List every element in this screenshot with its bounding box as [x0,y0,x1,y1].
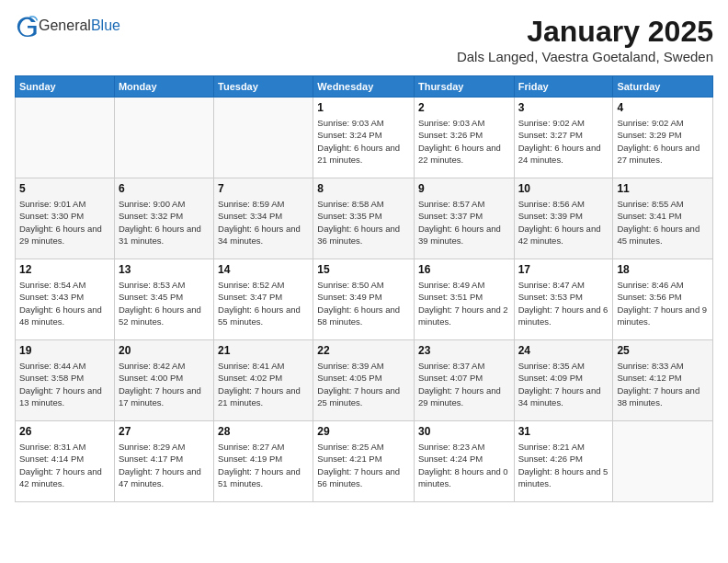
day-info: Sunrise: 8:21 AM Sunset: 4:26 PM Dayligh… [518,441,609,489]
day-info: Sunrise: 8:59 AM Sunset: 3:34 PM Dayligh… [218,198,309,247]
table-row [114,98,213,178]
table-row: 17Sunrise: 8:47 AM Sunset: 3:53 PM Dayli… [514,259,613,340]
day-number: 17 [518,263,609,276]
day-number: 26 [19,425,110,438]
table-row: 14Sunrise: 8:52 AM Sunset: 3:47 PM Dayli… [214,259,313,340]
table-row: 21Sunrise: 8:41 AM Sunset: 4:02 PM Dayli… [214,340,313,421]
weekday-thursday: Thursday [414,76,514,98]
table-row: 31Sunrise: 8:21 AM Sunset: 4:26 PM Dayli… [514,421,613,502]
day-number: 1 [317,101,410,114]
day-number: 5 [19,182,110,195]
day-number: 12 [19,263,110,276]
logo: GeneralBlue [15,15,120,37]
table-row: 22Sunrise: 8:39 AM Sunset: 4:05 PM Dayli… [313,340,415,421]
day-info: Sunrise: 9:03 AM Sunset: 3:26 PM Dayligh… [418,117,510,166]
table-row [16,98,115,178]
day-info: Sunrise: 8:46 AM Sunset: 3:56 PM Dayligh… [617,279,709,327]
day-number: 27 [119,425,210,438]
page: GeneralBlue January 2025 Dals Langed, Va… [0,0,728,563]
table-row: 12Sunrise: 8:54 AM Sunset: 3:43 PM Dayli… [16,259,115,340]
day-number: 24 [518,344,609,357]
table-row: 25Sunrise: 8:33 AM Sunset: 4:12 PM Dayli… [613,340,713,421]
day-info: Sunrise: 8:35 AM Sunset: 4:09 PM Dayligh… [518,360,609,408]
calendar-row: 12Sunrise: 8:54 AM Sunset: 3:43 PM Dayli… [16,259,713,340]
day-info: Sunrise: 8:33 AM Sunset: 4:12 PM Dayligh… [617,360,709,408]
weekday-sunday: Sunday [16,76,115,98]
day-number: 7 [218,182,309,195]
day-info: Sunrise: 9:03 AM Sunset: 3:24 PM Dayligh… [317,117,410,166]
title-block: January 2025 Dals Langed, Vaestra Goetal… [457,15,713,64]
table-row: 9Sunrise: 8:57 AM Sunset: 3:37 PM Daylig… [414,178,514,259]
table-row: 28Sunrise: 8:27 AM Sunset: 4:19 PM Dayli… [214,421,313,502]
calendar-header: Sunday Monday Tuesday Wednesday Thursday… [16,76,713,98]
day-number: 9 [418,182,510,195]
day-number: 16 [418,263,510,276]
day-number: 15 [317,263,410,276]
day-info: Sunrise: 9:00 AM Sunset: 3:32 PM Dayligh… [119,198,210,247]
day-number: 3 [518,101,609,114]
table-row: 27Sunrise: 8:29 AM Sunset: 4:17 PM Dayli… [114,421,213,502]
table-row: 6Sunrise: 9:00 AM Sunset: 3:32 PM Daylig… [114,178,213,259]
table-row: 8Sunrise: 8:58 AM Sunset: 3:35 PM Daylig… [313,178,415,259]
day-info: Sunrise: 8:25 AM Sunset: 4:21 PM Dayligh… [317,441,410,489]
table-row: 11Sunrise: 8:55 AM Sunset: 3:41 PM Dayli… [613,178,713,259]
table-row: 19Sunrise: 8:44 AM Sunset: 3:58 PM Dayli… [16,340,115,421]
day-info: Sunrise: 8:39 AM Sunset: 4:05 PM Dayligh… [317,360,410,408]
calendar-row: 1Sunrise: 9:03 AM Sunset: 3:24 PM Daylig… [16,98,713,178]
day-info: Sunrise: 8:44 AM Sunset: 3:58 PM Dayligh… [19,360,110,408]
weekday-monday: Monday [114,76,213,98]
table-row: 20Sunrise: 8:42 AM Sunset: 4:00 PM Dayli… [114,340,213,421]
table-row: 13Sunrise: 8:53 AM Sunset: 3:45 PM Dayli… [114,259,213,340]
table-row: 10Sunrise: 8:56 AM Sunset: 3:39 PM Dayli… [514,178,613,259]
weekday-tuesday: Tuesday [214,76,313,98]
table-row [613,421,713,502]
weekday-friday: Friday [514,76,613,98]
weekday-row: Sunday Monday Tuesday Wednesday Thursday… [16,76,713,98]
day-number: 21 [218,344,309,357]
day-number: 29 [317,425,410,438]
table-row: 26Sunrise: 8:31 AM Sunset: 4:14 PM Dayli… [16,421,115,502]
table-row: 16Sunrise: 8:49 AM Sunset: 3:51 PM Dayli… [414,259,514,340]
day-info: Sunrise: 8:56 AM Sunset: 3:39 PM Dayligh… [518,198,609,247]
weekday-saturday: Saturday [613,76,713,98]
day-number: 10 [518,182,609,195]
table-row: 2Sunrise: 9:03 AM Sunset: 3:26 PM Daylig… [414,98,514,178]
day-number: 28 [218,425,309,438]
table-row: 5Sunrise: 9:01 AM Sunset: 3:30 PM Daylig… [16,178,115,259]
day-number: 30 [418,425,510,438]
logo-blue-text: Blue [91,17,120,33]
table-row: 29Sunrise: 8:25 AM Sunset: 4:21 PM Dayli… [313,421,415,502]
calendar-table: Sunday Monday Tuesday Wednesday Thursday… [15,75,713,502]
day-info: Sunrise: 8:49 AM Sunset: 3:51 PM Dayligh… [418,279,510,327]
table-row: 30Sunrise: 8:23 AM Sunset: 4:24 PM Dayli… [414,421,514,502]
day-number: 19 [19,344,110,357]
day-number: 8 [317,182,410,195]
table-row: 24Sunrise: 8:35 AM Sunset: 4:09 PM Dayli… [514,340,613,421]
day-number: 25 [617,344,709,357]
day-number: 14 [218,263,309,276]
day-info: Sunrise: 8:42 AM Sunset: 4:00 PM Dayligh… [119,360,210,408]
table-row: 3Sunrise: 9:02 AM Sunset: 3:27 PM Daylig… [514,98,613,178]
day-number: 13 [119,263,210,276]
header: GeneralBlue January 2025 Dals Langed, Va… [15,15,713,64]
day-info: Sunrise: 8:41 AM Sunset: 4:02 PM Dayligh… [218,360,309,408]
day-number: 4 [617,101,709,114]
day-info: Sunrise: 9:02 AM Sunset: 3:29 PM Dayligh… [617,117,709,166]
table-row: 18Sunrise: 8:46 AM Sunset: 3:56 PM Dayli… [613,259,713,340]
day-info: Sunrise: 8:58 AM Sunset: 3:35 PM Dayligh… [317,198,410,247]
table-row: 23Sunrise: 8:37 AM Sunset: 4:07 PM Dayli… [414,340,514,421]
day-info: Sunrise: 8:53 AM Sunset: 3:45 PM Dayligh… [119,279,210,327]
table-row: 7Sunrise: 8:59 AM Sunset: 3:34 PM Daylig… [214,178,313,259]
day-info: Sunrise: 8:57 AM Sunset: 3:37 PM Dayligh… [418,198,510,247]
calendar-row: 26Sunrise: 8:31 AM Sunset: 4:14 PM Dayli… [16,421,713,502]
table-row: 4Sunrise: 9:02 AM Sunset: 3:29 PM Daylig… [613,98,713,178]
subtitle: Dals Langed, Vaestra Goetaland, Sweden [457,49,713,64]
day-info: Sunrise: 8:29 AM Sunset: 4:17 PM Dayligh… [119,441,210,489]
table-row: 1Sunrise: 9:03 AM Sunset: 3:24 PM Daylig… [313,98,415,178]
day-info: Sunrise: 8:55 AM Sunset: 3:41 PM Dayligh… [617,198,709,247]
table-row: 15Sunrise: 8:50 AM Sunset: 3:49 PM Dayli… [313,259,415,340]
day-info: Sunrise: 8:37 AM Sunset: 4:07 PM Dayligh… [418,360,510,408]
day-number: 18 [617,263,709,276]
day-number: 2 [418,101,510,114]
day-info: Sunrise: 8:52 AM Sunset: 3:47 PM Dayligh… [218,279,309,327]
